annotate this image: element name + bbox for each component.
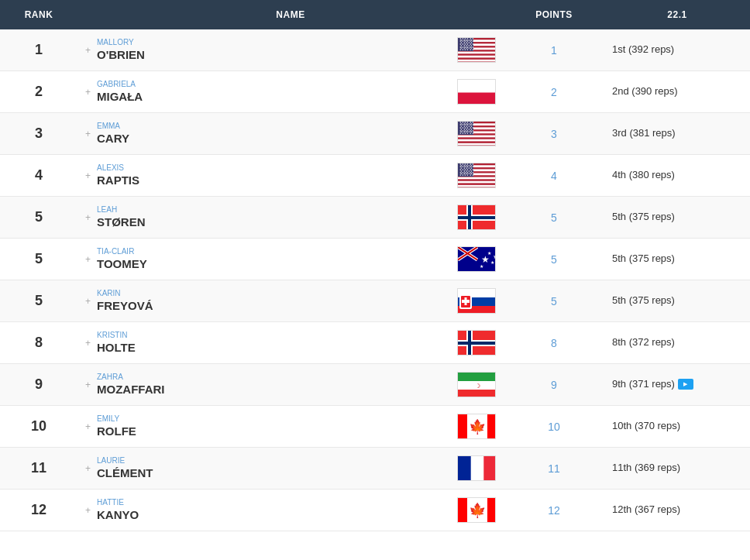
athlete-name: GABRIELA MIGAŁA: [97, 79, 143, 105]
table-row: 5 + TIA-CLAIR TOOMEY ★ ★ ★ ★ ★: [0, 239, 750, 280]
table-row: 5 + LEAH STØREN 5 5th (375 reps): [0, 197, 750, 239]
points-header: POINTS: [504, 0, 604, 29]
points-cell: 1: [504, 29, 604, 71]
athlete-name: EMILY ROLFE: [97, 414, 136, 439]
athlete-name: MALLORY O'BRIEN: [97, 37, 145, 63]
svg-rect-80: [458, 145, 496, 146]
svg-text:🍁: 🍁: [469, 418, 487, 435]
athlete-name: EMMA CARY: [97, 121, 129, 146]
table-row: 2 + GABRIELA MIGAŁA 2 2nd (390 reps): [0, 71, 750, 113]
table-row: 4 + ALEXIS RAPTIS ★★★★★★★★★★★★★★★★★★★★★★…: [0, 155, 750, 197]
points-cell: 5: [504, 239, 604, 280]
svg-rect-231: [487, 414, 496, 439]
name-flag-cell: + LEAH STØREN: [77, 197, 504, 239]
rank-cell: 9: [0, 364, 77, 406]
athlete-first-name: TIA-CLAIR: [97, 246, 147, 256]
svg-rect-66: [458, 93, 496, 105]
flag-icon: ★★★★★★★★★★★★★★★★★★★★★★★★★★★★★★★★★★★★★★★★…: [457, 37, 496, 63]
athlete-last-name: STØREN: [97, 215, 146, 230]
svg-rect-13: [458, 61, 496, 63]
expand-icon[interactable]: +: [85, 338, 91, 349]
points-cell: 12: [504, 490, 604, 531]
rank-header: RANK: [0, 0, 77, 29]
rank-cell: 4: [0, 155, 77, 197]
svg-rect-8: [458, 52, 496, 54]
svg-text:★: ★: [472, 132, 474, 135]
svg-rect-140: [458, 177, 496, 180]
name-header: NAME: [77, 0, 504, 29]
expand-icon[interactable]: +: [85, 45, 91, 56]
rank-cell: 1: [0, 29, 77, 71]
event-result-cell: 8th (372 reps): [604, 322, 750, 364]
svg-rect-238: [487, 498, 496, 523]
video-icon[interactable]: [678, 379, 693, 390]
event-header: 22.1: [604, 0, 750, 29]
expand-icon[interactable]: +: [85, 421, 91, 432]
svg-rect-79: [458, 143, 496, 146]
points-cell: 4: [504, 155, 604, 197]
table-row: 1 + MALLORY O'BRIEN ★★★★★★★★★★★★★★★★★★★★…: [0, 29, 750, 71]
rank-cell: 12: [0, 490, 77, 531]
expand-icon[interactable]: +: [85, 254, 91, 265]
name-flag-cell: + GABRIELA MIGAŁA: [77, 71, 504, 113]
expand-icon[interactable]: +: [85, 505, 91, 516]
athlete-first-name: EMMA: [97, 121, 129, 131]
expand-icon[interactable]: +: [85, 87, 91, 98]
event-result-cell: 1st (392 reps): [604, 29, 750, 71]
svg-rect-237: [458, 498, 467, 523]
expand-icon[interactable]: +: [85, 129, 91, 139]
athlete-first-name: KRISTIN: [97, 330, 136, 340]
svg-rect-143: [458, 183, 496, 185]
points-cell: 10: [504, 406, 604, 448]
svg-text:★: ★: [480, 264, 483, 269]
athlete-last-name: MIGAŁA: [97, 89, 143, 105]
svg-rect-227: [458, 390, 496, 397]
athlete-name: LAURIE CLÉMENT: [97, 455, 153, 481]
rank-cell: 11: [0, 448, 77, 490]
athlete-name: KRISTIN HOLTE: [97, 330, 136, 356]
expand-icon[interactable]: +: [85, 170, 91, 181]
svg-text:★: ★: [490, 260, 494, 265]
table-row: 3 + EMMA CARY ★★★★★★★★★★★★★★★★★★★★★★★★★★…: [0, 113, 750, 155]
athlete-first-name: LAURIE: [97, 455, 153, 466]
event-result-cell: 12th (367 reps): [604, 490, 750, 531]
expand-icon[interactable]: +: [85, 463, 91, 474]
athlete-first-name: ZAHRA: [97, 372, 165, 382]
svg-rect-76: [458, 137, 496, 139]
athlete-last-name: CARY: [97, 131, 129, 146]
event-result-cell: 4th (380 reps): [604, 155, 750, 197]
flag-icon: [457, 288, 496, 314]
table-row: 9 + ZAHRA MOZAFFARI ☽ 9 9th (371 reps): [0, 364, 750, 406]
expand-icon[interactable]: +: [85, 380, 91, 390]
name-flag-cell: + LAURIE CLÉMENT: [77, 448, 504, 490]
svg-rect-230: [458, 414, 467, 439]
flag-icon: [457, 330, 496, 356]
event-result-cell: 9th (371 reps): [604, 364, 750, 406]
expand-icon[interactable]: +: [85, 296, 91, 307]
flag-icon: 🍁: [457, 414, 496, 439]
rank-cell: 10: [0, 406, 77, 448]
athlete-first-name: HATTIE: [97, 497, 139, 507]
table-row: 12 + HATTIE KANYO 🍁 12 12th (367 reps): [0, 490, 750, 531]
svg-rect-141: [458, 179, 496, 181]
name-flag-cell: + ALEXIS RAPTIS ★★★★★★★★★★★★★★★★★★★★★★★★…: [77, 155, 504, 197]
svg-rect-78: [458, 141, 496, 143]
expand-icon[interactable]: +: [85, 212, 91, 223]
rank-cell: 2: [0, 71, 77, 113]
athlete-name: ALEXIS RAPTIS: [97, 163, 139, 188]
event-result-cell: 5th (375 reps): [604, 197, 750, 239]
athlete-last-name: ROLFE: [97, 424, 136, 439]
athlete-first-name: GABRIELA: [97, 79, 143, 89]
svg-rect-12: [458, 60, 496, 62]
flag-icon: 🍁: [457, 497, 496, 523]
athlete-name: ZAHRA MOZAFFARI: [97, 372, 165, 397]
athlete-first-name: MALLORY: [97, 37, 145, 47]
points-cell: 9: [504, 364, 604, 406]
points-cell: 11: [504, 448, 604, 490]
name-flag-cell: + EMMA CARY ★★★★★★★★★★★★★★★★★★★★★★★★★★★★…: [77, 113, 504, 155]
table-row: 11 + LAURIE CLÉMENT 11 11th (369 reps): [0, 448, 750, 490]
athlete-last-name: CLÉMENT: [97, 466, 153, 481]
name-flag-cell: + EMILY ROLFE 🍁: [77, 406, 504, 448]
svg-text:★: ★: [472, 173, 474, 177]
name-flag-cell: + TIA-CLAIR TOOMEY ★ ★ ★ ★ ★: [77, 239, 504, 280]
